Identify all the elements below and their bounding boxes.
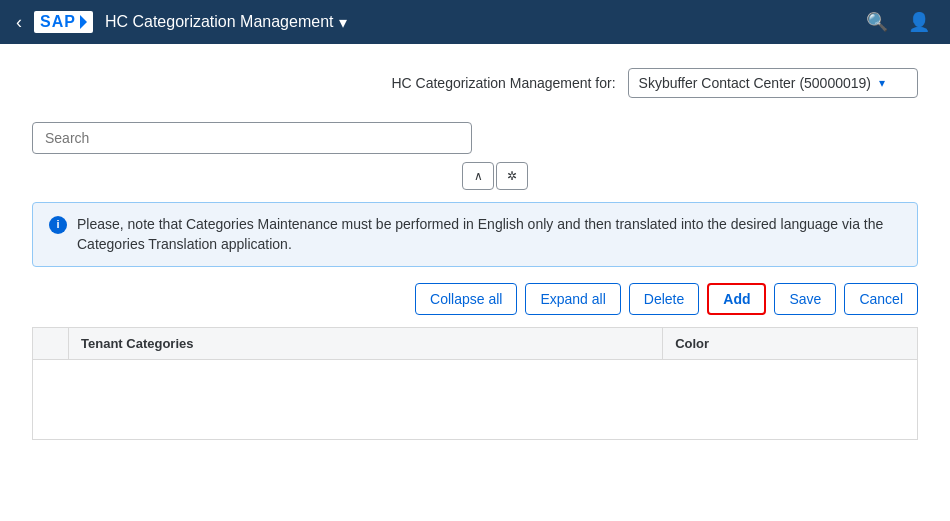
- info-message: Please, note that Categories Maintenance…: [77, 215, 901, 254]
- pin-button[interactable]: ✲: [496, 162, 528, 190]
- delete-button[interactable]: Delete: [629, 283, 699, 315]
- selector-row: HC Categorization Management for: Skybuf…: [32, 68, 918, 98]
- table-header: Tenant Categories Color: [33, 328, 918, 360]
- search-input[interactable]: [32, 122, 472, 154]
- table-body: [33, 360, 918, 440]
- table-header-checkbox: [33, 328, 69, 360]
- action-buttons-row: Collapse all Expand all Delete Add Save …: [32, 283, 918, 315]
- app-header: ‹ SAP HC Categorization Management ▾ 🔍 👤: [0, 0, 950, 44]
- pin-icon: ✲: [507, 169, 517, 183]
- selector-dropdown-value: Skybuffer Contact Center (50000019): [639, 75, 871, 91]
- toolbar-icons-row: ∧ ✲: [462, 162, 918, 190]
- expand-all-button[interactable]: Expand all: [525, 283, 620, 315]
- main-content: HC Categorization Management for: Skybuf…: [0, 44, 950, 521]
- cancel-button[interactable]: Cancel: [844, 283, 918, 315]
- save-button[interactable]: Save: [774, 283, 836, 315]
- search-row: [32, 122, 918, 154]
- table-empty-row: [33, 360, 918, 440]
- selector-dropdown[interactable]: Skybuffer Contact Center (50000019) ▾: [628, 68, 918, 98]
- sap-logo-triangle: [80, 15, 87, 29]
- back-button[interactable]: ‹: [16, 12, 22, 33]
- table-header-tenant-categories: Tenant Categories: [69, 328, 663, 360]
- chevron-up-icon: ∧: [474, 169, 483, 183]
- sap-logo: SAP: [34, 11, 93, 33]
- app-title: HC Categorization Management ▾: [105, 13, 348, 32]
- selector-label: HC Categorization Management for:: [391, 75, 615, 91]
- user-icon[interactable]: 👤: [904, 7, 934, 37]
- app-title-dropdown-icon[interactable]: ▾: [339, 13, 347, 32]
- info-icon: i: [49, 216, 67, 234]
- table-header-color: Color: [663, 328, 918, 360]
- sap-logo-text: SAP: [40, 13, 76, 31]
- app-title-text: HC Categorization Management: [105, 13, 334, 31]
- categories-table: Tenant Categories Color: [32, 327, 918, 440]
- collapse-all-button[interactable]: Collapse all: [415, 283, 517, 315]
- chevron-down-icon: ▾: [879, 76, 885, 90]
- add-button[interactable]: Add: [707, 283, 766, 315]
- info-banner: i Please, note that Categories Maintenan…: [32, 202, 918, 267]
- collapse-panel-button[interactable]: ∧: [462, 162, 494, 190]
- search-icon[interactable]: 🔍: [862, 7, 892, 37]
